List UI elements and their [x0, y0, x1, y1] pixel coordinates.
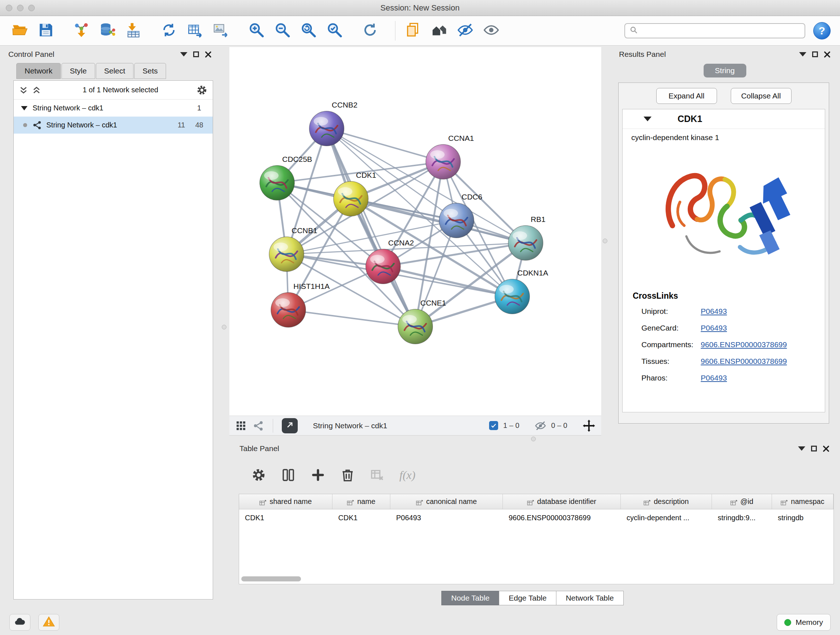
zoom-in-button[interactable]: [246, 20, 267, 42]
column-header[interactable]: namespac: [772, 494, 834, 509]
hidden-eye-slash-icon[interactable]: [535, 420, 546, 432]
collapse-all-icon[interactable]: [19, 86, 28, 95]
network-node-CCNB1[interactable]: CCNB1: [269, 226, 317, 272]
tab-select[interactable]: Select: [96, 63, 134, 79]
network-edge-CCNB2-CCNE1[interactable]: [327, 128, 415, 326]
network-node-CDKN1A[interactable]: CDKN1A: [495, 269, 548, 314]
cell-database-identifier[interactable]: 9606.ENSP00000378699: [503, 514, 621, 522]
new-table-button[interactable]: [185, 20, 205, 42]
save-session-button[interactable]: [35, 20, 57, 42]
pan-crosshair-icon[interactable]: [583, 419, 595, 432]
crosslink-link[interactable]: 9606.ENSP00000378699: [701, 357, 787, 366]
collapse-section-icon[interactable]: [644, 117, 652, 121]
hide-selected-button[interactable]: [455, 20, 476, 42]
tab-style[interactable]: Style: [62, 63, 95, 79]
network-node-label: RB1: [531, 215, 546, 223]
delete-column-trash-icon[interactable]: [340, 467, 355, 483]
warnings-button[interactable]: [38, 614, 59, 631]
new-group: [158, 20, 232, 42]
tab-edge-table[interactable]: Edge Table: [499, 591, 556, 605]
add-column-icon[interactable]: [310, 467, 325, 483]
network-edge-HIST1H1A-CCNE1[interactable]: [288, 310, 415, 326]
import-network-from-database-button[interactable]: [97, 20, 118, 42]
right-splitter-handle[interactable]: [603, 239, 607, 243]
gear-icon[interactable]: [196, 84, 208, 96]
open-session-button[interactable]: [9, 20, 30, 42]
close-panel-icon[interactable]: [824, 51, 831, 58]
crosslink-link[interactable]: P06493: [701, 324, 727, 333]
refresh-view-button[interactable]: [360, 20, 381, 42]
zoom-selected-button[interactable]: [324, 20, 345, 42]
minimize-window-button[interactable]: [17, 5, 24, 11]
column-header[interactable]: description: [621, 494, 712, 509]
copy-document-button[interactable]: [403, 20, 424, 42]
network-node-RB1[interactable]: RB1: [508, 215, 546, 260]
network-collection-row[interactable]: String Network – cdk1 1: [14, 100, 213, 117]
horizontal-scrollbar-thumb[interactable]: [241, 576, 301, 581]
import-network-from-file-button[interactable]: [71, 20, 92, 42]
close-window-button[interactable]: [6, 5, 12, 11]
network-node-HIST1H1A[interactable]: HIST1H1A: [271, 282, 330, 327]
table-row[interactable]: CDK1 CDK1 P06493 9606.ENSP00000378699 cy…: [239, 509, 834, 526]
maximize-panel-icon[interactable]: [811, 446, 817, 451]
network-node-CCNB2[interactable]: CCNB2: [309, 101, 357, 146]
tab-network[interactable]: Network: [16, 63, 61, 79]
cell-name[interactable]: CDK1: [332, 514, 390, 522]
network-node-CCNA1[interactable]: CCNA1: [426, 134, 474, 179]
protein-card-header[interactable]: CDK1: [622, 109, 825, 129]
help-button[interactable]: ?: [813, 22, 831, 40]
column-header[interactable]: database identifier: [503, 494, 621, 509]
import-table-from-file-button[interactable]: [123, 20, 144, 42]
string-tab[interactable]: String: [704, 64, 746, 78]
zoom-fit-button[interactable]: [298, 20, 319, 42]
expand-all-icon[interactable]: [32, 86, 41, 95]
collapse-all-button[interactable]: Collapse All: [731, 88, 791, 104]
float-panel-icon[interactable]: [180, 52, 187, 57]
table-settings-gear-icon[interactable]: [251, 467, 266, 483]
tab-node-table[interactable]: Node Table: [441, 591, 499, 605]
float-panel-icon[interactable]: [798, 447, 805, 451]
share-view-icon[interactable]: [253, 420, 264, 432]
selected-checkbox-icon[interactable]: [489, 421, 498, 430]
show-columns-icon[interactable]: [281, 467, 296, 483]
left-splitter-handle[interactable]: [222, 325, 226, 329]
cell-id[interactable]: stringdb:9...: [712, 514, 772, 522]
network-row[interactable]: String Network – cdk1 11 48: [14, 117, 213, 134]
expand-all-button[interactable]: Expand All: [656, 88, 717, 104]
tab-network-table[interactable]: Network Table: [556, 591, 624, 605]
column-header[interactable]: canonical name: [390, 494, 503, 509]
network-edge-CCNB2-CCNA1[interactable]: [327, 128, 443, 162]
close-panel-icon[interactable]: [823, 445, 829, 452]
open-in-window-button[interactable]: [282, 418, 298, 433]
export-image-button[interactable]: [210, 20, 232, 42]
new-network-button[interactable]: [158, 20, 180, 42]
network-canvas[interactable]: CCNB2CCNA1CDC25BCDK1CDC6RB1CCNB1CCNA2CDK…: [229, 47, 601, 416]
network-node-CDC25B[interactable]: CDC25B: [260, 155, 312, 200]
tab-sets[interactable]: Sets: [134, 63, 166, 79]
cell-description[interactable]: cyclin-dependent ...: [621, 514, 712, 522]
disclosure-triangle-icon[interactable]: [21, 106, 27, 111]
cell-canonical-name[interactable]: P06493: [390, 514, 503, 522]
zoom-out-button[interactable]: [272, 20, 293, 42]
cell-shared-name[interactable]: CDK1: [239, 514, 332, 522]
search-input[interactable]: [642, 27, 800, 35]
column-header[interactable]: shared name: [239, 494, 332, 509]
table-arrow-icon: [187, 22, 203, 40]
memory-button[interactable]: Memory: [777, 614, 831, 631]
close-panel-icon[interactable]: [205, 51, 212, 58]
float-panel-icon[interactable]: [799, 52, 806, 57]
maximize-panel-icon[interactable]: [193, 51, 199, 57]
cloud-button[interactable]: [9, 614, 30, 631]
grid-view-icon[interactable]: [235, 420, 247, 432]
show-all-button[interactable]: [481, 20, 502, 42]
crosslink-link[interactable]: P06493: [701, 374, 727, 382]
maximize-panel-icon[interactable]: [812, 51, 818, 57]
crosslink-link[interactable]: 9606.ENSP00000378699: [701, 340, 787, 349]
zoom-window-button[interactable]: [28, 5, 35, 11]
cell-namespace[interactable]: stringdb: [772, 514, 834, 522]
crosslink-link[interactable]: P06493: [701, 307, 727, 316]
results-panel-header: Results Panel: [616, 47, 834, 62]
network-overview-button[interactable]: [429, 20, 450, 42]
column-header[interactable]: @id: [712, 494, 772, 509]
column-header[interactable]: name: [332, 494, 390, 509]
